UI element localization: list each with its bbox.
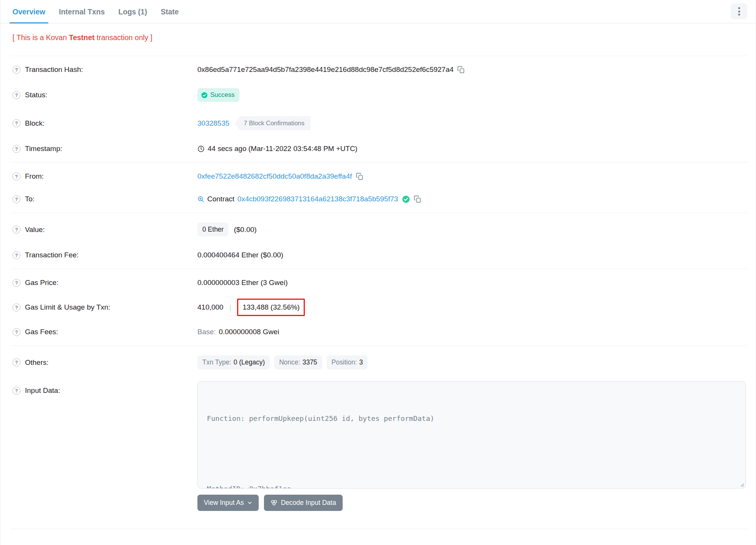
block-number-link[interactable]: 30328535 <box>197 119 230 128</box>
from-label: From: <box>25 172 44 181</box>
help-icon[interactable]: ? <box>12 226 20 234</box>
row-to: ? To: Contract 0x4cb093f226983713164a621… <box>12 188 746 210</box>
timestamp-label: Timestamp: <box>25 145 62 153</box>
section-value: ? Value: 0 Ether ($0.00) ? Transaction F… <box>12 213 746 269</box>
transaction-fee-value: 0.000400464 Ether ($0.00) <box>197 251 283 259</box>
others-label: Others: <box>25 358 48 367</box>
to-address-link[interactable]: 0x4cb093f226983713164a62138c3f718a5b595f… <box>238 195 398 203</box>
help-icon[interactable]: ? <box>12 91 20 99</box>
testnet-notice: [ This is a Kovan Testnet transaction on… <box>12 23 746 56</box>
help-icon[interactable]: ? <box>12 387 20 395</box>
gas-fees-base-value: 0.000000008 Gwei <box>219 328 279 336</box>
from-address-link[interactable]: 0xfee7522e8482682cf50ddc50a0f8da2a39effa… <box>197 172 352 181</box>
row-gas-price: ? Gas Price: 0.000000003 Ether (3 Gwei) <box>12 271 746 294</box>
row-status: ? Status: Success <box>12 81 746 109</box>
help-icon[interactable]: ? <box>12 251 20 259</box>
transaction-fee-label: Transaction Fee: <box>25 251 79 259</box>
check-circle-icon <box>201 92 208 98</box>
tab-bar: Overview Internal Txns Logs (1) State <box>0 0 756 23</box>
tab-state[interactable]: State <box>154 1 186 23</box>
footer-spacer <box>12 529 746 540</box>
transaction-card: Overview Internal Txns Logs (1) State [ … <box>0 0 756 545</box>
row-value: ? Value: 0 Ether ($0.00) <box>12 215 746 244</box>
copy-icon <box>356 173 363 180</box>
row-timestamp: ? Timestamp: 44 secs ago (Mar-11-2022 03… <box>12 137 746 160</box>
input-data-function-line: Function: performUpkeep(uint256 id, byte… <box>207 413 736 424</box>
testnet-notice-bold: Testnet <box>69 33 95 42</box>
input-data-label: Input Data: <box>25 386 60 395</box>
copy-from-address-button[interactable] <box>356 173 363 180</box>
kebab-menu-button[interactable] <box>731 3 747 19</box>
status-label: Status: <box>25 91 47 99</box>
zoom-in-icon[interactable] <box>197 196 205 203</box>
help-icon[interactable]: ? <box>12 304 20 311</box>
view-input-as-button[interactable]: View Input As <box>197 495 259 511</box>
row-transaction-hash: ? Transaction Hash: 0x86ed5a771e725aa94d… <box>12 58 746 81</box>
block-label: Block: <box>25 119 45 128</box>
tab-logs[interactable]: Logs (1) <box>112 1 154 23</box>
row-others: ? Others: Txn Type: 0 (Legacy) Nonce: 33… <box>12 348 746 377</box>
gas-price-label: Gas Price: <box>25 279 59 287</box>
copy-icon <box>414 195 421 203</box>
gas-fees-label: Gas Fees: <box>25 328 58 336</box>
chevron-down-icon <box>247 500 252 505</box>
kebab-menu-icon <box>738 7 740 9</box>
value-label: Value: <box>25 226 45 234</box>
value-usd: ($0.00) <box>234 226 256 234</box>
section-overview-top: ? Transaction Hash: 0x86ed5a771e725aa94d… <box>12 56 746 162</box>
gas-usage-annotation-box: 133,488 (32.56%) <box>237 299 305 316</box>
to-contract-word: Contract <box>207 195 234 203</box>
nonce-pill: Nonce: 3375 <box>274 355 322 369</box>
row-from: ? From: 0xfee7522e8482682cf50ddc50a0f8da… <box>12 165 746 188</box>
position-pill: Position: 3 <box>327 355 368 369</box>
section-gas: ? Gas Price: 0.000000003 Ether (3 Gwei) … <box>12 269 746 346</box>
help-icon[interactable]: ? <box>12 328 20 336</box>
help-icon[interactable]: ? <box>12 195 20 203</box>
help-icon[interactable]: ? <box>12 145 20 153</box>
help-icon[interactable]: ? <box>12 66 20 74</box>
input-data-textarea[interactable]: Function: performUpkeep(uint256 id, byte… <box>197 381 746 489</box>
clock-icon <box>197 145 205 153</box>
row-input-data: ? Input Data: Function: performUpkeep(ui… <box>12 377 746 526</box>
help-icon[interactable]: ? <box>12 279 20 287</box>
section-others-input: ? Others: Txn Type: 0 (Legacy) Nonce: 33… <box>12 346 746 529</box>
value-amount-pill: 0 Ether <box>197 223 228 237</box>
verified-check-icon <box>402 195 410 203</box>
gas-usage-value: 133,488 (32.56%) <box>242 303 300 311</box>
gas-price-value: 0.000000003 Ether (3 Gwei) <box>197 279 288 287</box>
copy-to-address-button[interactable] <box>414 195 421 203</box>
help-icon[interactable]: ? <box>12 358 20 366</box>
txn-type-pill: Txn Type: 0 (Legacy) <box>197 355 270 369</box>
tab-internal-txns[interactable]: Internal Txns <box>52 1 112 23</box>
row-gas-fees: ? Gas Fees: Base: 0.000000008 Gwei <box>12 321 746 343</box>
help-icon[interactable]: ? <box>12 173 20 181</box>
status-badge: Success <box>197 88 239 102</box>
to-label: To: <box>25 195 34 203</box>
copy-icon <box>457 66 465 73</box>
decode-input-data-button[interactable]: Decode Input Data <box>264 495 343 511</box>
gas-fees-base-label: Base: <box>197 328 216 336</box>
row-gas-limit-usage: ? Gas Limit & Usage by Txn: 410,000 | 13… <box>12 294 746 321</box>
transaction-hash-label: Transaction Hash: <box>25 65 83 74</box>
gas-limit-label: Gas Limit & Usage by Txn: <box>25 303 110 311</box>
tab-overview[interactable]: Overview <box>6 1 52 23</box>
row-transaction-fee: ? Transaction Fee: 0.000400464 Ether ($0… <box>12 244 746 266</box>
input-data-method-line: MethodID: 0x7bbaf1ea <box>207 483 736 489</box>
gas-limit-separator: | <box>230 304 231 311</box>
timestamp-value: 44 secs ago (Mar-11-2022 03:54:48 PM +UT… <box>208 145 357 153</box>
block-confirmations-badge: 7 Block Confirmations <box>235 116 310 130</box>
row-block: ? Block: 30328535 7 Block Confirmations <box>12 109 746 137</box>
textarea-resize-grip[interactable] <box>739 481 744 487</box>
copy-transaction-hash-button[interactable] <box>457 66 465 73</box>
transaction-hash-value: 0x86ed5a771e725aa94d5b7fa2398e4419e216d8… <box>197 65 453 74</box>
section-addresses: ? From: 0xfee7522e8482682cf50ddc50a0f8da… <box>12 163 746 213</box>
gas-limit-value: 410,000 <box>197 303 224 311</box>
decode-icon <box>270 500 278 506</box>
help-icon[interactable]: ? <box>12 119 20 127</box>
